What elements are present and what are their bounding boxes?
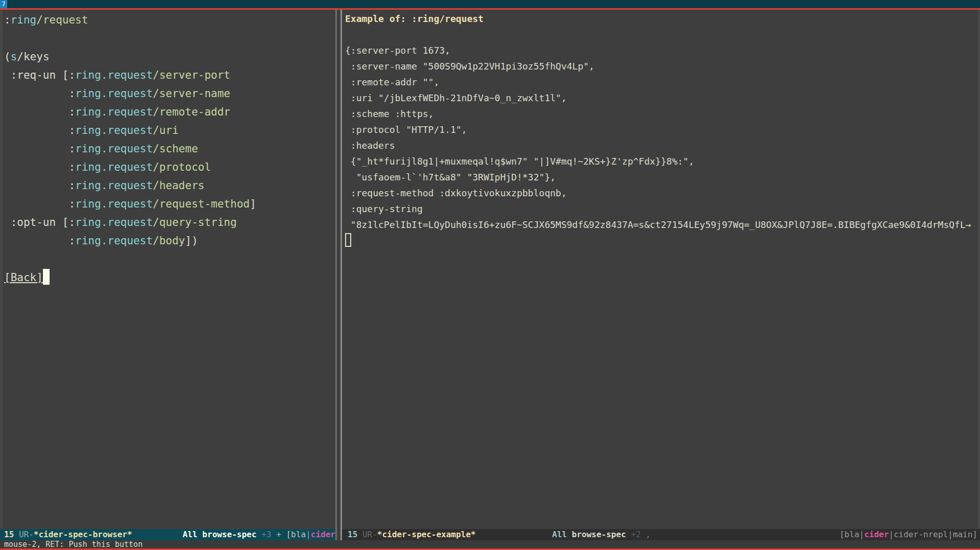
buffer-line [4,250,335,268]
back-button-line: [Back] [4,268,335,287]
seg-d: :uri "/jbLexfWEDh-21nDfVa~0_n_zwxlt1l", [345,93,566,103]
seg-d: {"_ht*furijl8g1|+muxmeqal!q$wn7" "|]V#mq… [345,156,694,167]
buffer-line: :request-method :dxkoytivokuxzpbbloqnb, [345,185,980,201]
seg-sp [14,530,19,539]
seg-gray: [bla [839,530,859,539]
seg-d: "usfaoem-l`'h7t&a8" "3RWIpHjD!*32"}, [345,172,556,182]
buffer-line: "usfaoem-l`'h7t&a8" "3RWIpHjD!*32"}, [345,169,980,185]
seg-ns: ring.request [75,198,153,210]
seg-nm: /uri [153,124,179,136]
text-cursor-block [43,269,50,285]
seg-d: {:server-port 1673, [345,45,450,56]
modeline-mode-info: All browse-spec +2 , [552,529,651,540]
buffer-line: :ring.request/headers [4,176,335,195]
seg-ns: ring.request [75,106,153,118]
seg-d: : [4,87,75,100]
hollow-cursor-line [345,233,980,248]
seg-name: *cider-spec-example* [377,530,476,539]
seg-bar: | [889,530,894,539]
seg-gray: cider-nrepl [894,530,948,539]
seg-ns: ring.request [75,235,153,247]
window-cider-spec-example: Example of: :ring/request {:server-port … [342,10,980,540]
seg-comma: , [646,530,651,539]
seg-pos: All [552,530,567,539]
seg-bar: | [948,530,953,539]
seg-d: /keys [17,51,49,63]
seg-bar: | [306,530,311,539]
emacs-windows: :ring/request (s/keys :req-un [:ring.req… [0,10,980,540]
seg-d: : [4,235,75,247]
workspace-badge[interactable]: 7 [0,0,7,8]
buffer-line: :ring.request/request-method] [4,195,335,213]
buffer-line: :ring/request [4,11,335,29]
buffer-line: {"_ht*furijl8g1|+muxmeqal!q$wn7" "|]V#mq… [345,153,980,169]
seg-mode: browse-spec [202,530,257,539]
buffer-line: :opt-un [:ring.request/query-string [4,213,335,232]
buffer-line: :ring.request/body]) [4,232,335,250]
seg-pos: All [183,530,197,539]
seg-d: ] [249,198,256,210]
seg-stat: UR- [19,530,34,539]
seg-nm: /body [153,235,185,247]
buffer-line [4,29,335,48]
seg-plus: + [276,530,281,539]
seg-nm: /scheme [153,143,198,155]
seg-gray: [bla [286,530,306,539]
window-divider[interactable] [335,10,342,540]
seg-d: :remote-addr "", [345,77,439,87]
buffer-line: :protocol "HTTP/1.1", [345,122,980,138]
divider-gap [337,10,340,540]
seg-d: : [4,143,75,155]
buffer-line: :server-name "500S9Qw1p22VH1pi3oz55fhQv4… [345,58,980,74]
seg-sp [357,530,362,539]
modeline-inactive[interactable]: 15 UR-*cider-spec-example* All browse-sp… [342,529,980,540]
seg-d: :scheme :https, [345,108,434,119]
seg-d: : [4,179,75,192]
spec-example-buffer[interactable]: Example of: :ring/request {:server-port … [342,10,980,529]
seg-ns: s [11,51,17,63]
seg-num: 15 [348,530,357,539]
seg-pink: cider [311,530,335,539]
seg-faint: +3 [261,530,271,539]
seg-sp [567,530,572,539]
seg-sp [271,530,277,539]
modeline-active[interactable]: 15 UR-*cider-spec-browser* All browse-sp… [0,529,335,540]
modeline-mode-info: All browse-spec +3 + [bla|cider [183,529,335,540]
buffer-line: :ring.request/remote-addr [4,103,335,121]
text-cursor-hollow [345,233,351,247]
seg-nm: /request-method [153,198,250,210]
seg-t: Example of: :ring/request [345,13,484,24]
seg-d: :req-un [: [4,69,75,81]
seg-nm: /server-name [153,87,231,100]
seg-num: 15 [4,530,14,539]
seg-d: "8z1lcPelIbIt=LQyDuh0isI6+zu6F~SCJX65MS9… [345,219,966,230]
seg-sp [641,530,646,539]
buffer-line: :ring.request/scheme [4,140,335,158]
seg-ns: ring.request [75,87,153,100]
seg-d: : [4,161,75,173]
buffer-line: (s/keys [4,48,335,66]
seg-name: *cider-spec-browser* [34,530,132,539]
buffer-line: :ring.request/uri [4,121,335,140]
seg-d: ]) [185,235,198,247]
seg-mode: browse-spec [572,530,626,539]
buffer-line: :remote-addr "", [345,74,980,90]
seg-ns: ring.request [75,179,153,192]
back-button[interactable]: [Back] [4,271,43,284]
seg-faint: +2 [631,530,641,539]
seg-nm: /headers [153,179,204,192]
spec-browser-buffer[interactable]: :ring/request (s/keys :req-un [:ring.req… [0,10,335,529]
seg-d: ( [4,51,11,63]
seg-sp [197,530,202,539]
seg-d: :request-method :dxkoytivokuxzpbbloqnb, [345,188,566,198]
buffer-line: :ring.request/protocol [4,158,335,176]
buffer-line: :req-un [:ring.request/server-port [4,66,335,84]
seg-ns: ring [11,14,37,26]
left-fringe [0,10,3,529]
buffer-line: :scheme :https, [345,106,980,122]
spec-definition-lines: :ring/request (s/keys :req-un [:ring.req… [4,11,335,268]
seg-d: :headers [345,140,395,151]
workspace-bar: 7 [0,0,980,8]
echo-area-message: mouse-2, RET: Push this button [0,540,980,548]
seg-stat: UR- [362,530,377,539]
